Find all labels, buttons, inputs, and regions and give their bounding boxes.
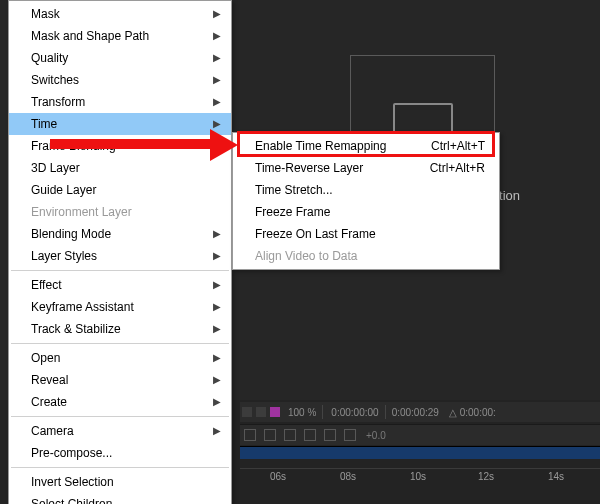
toolbar-swatch-active[interactable]	[270, 407, 280, 417]
menu-label: Layer Styles	[31, 249, 97, 263]
menu-label: Blending Mode	[31, 227, 111, 241]
menu-frame-blending[interactable]: Frame Blending▶	[9, 135, 231, 157]
menu-label: Keyframe Assistant	[31, 300, 134, 314]
menu-camera[interactable]: Camera▶	[9, 420, 231, 442]
submenu-align-video-to-data: Align Video to Data	[233, 245, 499, 267]
timecode-b[interactable]: 0:00:00:29	[392, 407, 439, 418]
menu-separator	[11, 416, 229, 417]
menu-switches[interactable]: Switches▶	[9, 69, 231, 91]
menu-mask-shape-path[interactable]: Mask and Shape Path▶	[9, 25, 231, 47]
menu-time[interactable]: Time▶	[9, 113, 231, 135]
menu-separator	[11, 270, 229, 271]
submenu-shortcut: Ctrl+Alt+T	[431, 135, 485, 157]
menu-label: Switches	[31, 73, 79, 87]
menu-label: Effect	[31, 278, 61, 292]
submenu-time-stretch[interactable]: Time Stretch...	[233, 179, 499, 201]
menu-layer-styles[interactable]: Layer Styles▶	[9, 245, 231, 267]
exposure-value[interactable]: +0.0	[366, 430, 386, 441]
menu-reveal[interactable]: Reveal▶	[9, 369, 231, 391]
chevron-right-icon: ▶	[213, 391, 221, 413]
menu-pre-compose[interactable]: Pre-compose...	[9, 442, 231, 464]
menu-blending-mode[interactable]: Blending Mode▶	[9, 223, 231, 245]
menu-invert-selection[interactable]: Invert Selection	[9, 471, 231, 493]
chevron-right-icon: ▶	[213, 274, 221, 296]
menu-label: Pre-compose...	[31, 446, 112, 460]
menu-label: Track & Stabilize	[31, 322, 121, 336]
menu-3d-layer[interactable]: 3D Layer	[9, 157, 231, 179]
menu-environment-layer: Environment Layer	[9, 201, 231, 223]
menu-select-children[interactable]: Select Children	[9, 493, 231, 504]
menu-effect[interactable]: Effect▶	[9, 274, 231, 296]
preview-caption: tion	[499, 188, 520, 203]
timecode-a[interactable]: 0:00:00:00	[331, 407, 378, 418]
chevron-right-icon: ▶	[213, 135, 221, 157]
menu-label: Camera	[31, 424, 74, 438]
toolbar-swatch[interactable]	[256, 407, 266, 417]
submenu-label: Time-Reverse Layer	[255, 161, 363, 175]
settings-icon[interactable]	[344, 429, 356, 441]
menu-quality[interactable]: Quality▶	[9, 47, 231, 69]
time-submenu[interactable]: Enable Time RemappingCtrl+Alt+T Time-Rev…	[232, 132, 500, 270]
submenu-label: Freeze On Last Frame	[255, 227, 376, 241]
menu-guide-layer[interactable]: Guide Layer	[9, 179, 231, 201]
zoom-value: 100 %	[288, 407, 316, 418]
layer-context-menu[interactable]: Mask▶ Mask and Shape Path▶ Quality▶ Swit…	[8, 0, 232, 504]
submenu-label: Time Stretch...	[255, 183, 333, 197]
submenu-time-reverse-layer[interactable]: Time-Reverse LayerCtrl+Alt+R	[233, 157, 499, 179]
menu-label: Guide Layer	[31, 183, 96, 197]
grid-icon[interactable]	[304, 429, 316, 441]
chevron-right-icon: ▶	[213, 3, 221, 25]
ruler-tick: 10s	[410, 471, 426, 482]
menu-label: Reveal	[31, 373, 68, 387]
toolbar-row-2: +0.0	[240, 424, 600, 445]
adjust-icon[interactable]	[324, 429, 336, 441]
menu-mask[interactable]: Mask▶	[9, 3, 231, 25]
menu-label: Environment Layer	[31, 205, 132, 219]
toolbar-row-1: 100 % 0:00:00:00 0:00:00:29 △ 0:00:00:	[240, 402, 600, 422]
toolbar-swatch[interactable]	[242, 407, 252, 417]
ruler-tick: 12s	[478, 471, 494, 482]
menu-label: Mask	[31, 7, 60, 21]
chevron-right-icon: ▶	[213, 296, 221, 318]
submenu-label: Freeze Frame	[255, 205, 330, 219]
menu-label: Time	[31, 117, 57, 131]
submenu-enable-time-remapping[interactable]: Enable Time RemappingCtrl+Alt+T	[233, 135, 499, 157]
chevron-right-icon: ▶	[213, 91, 221, 113]
submenu-label: Align Video to Data	[255, 249, 358, 263]
menu-create[interactable]: Create▶	[9, 391, 231, 413]
swirl-icon[interactable]	[284, 429, 296, 441]
submenu-shortcut: Ctrl+Alt+R	[430, 157, 485, 179]
menu-label: Transform	[31, 95, 85, 109]
menu-label: Quality	[31, 51, 68, 65]
ruler-tick: 14s	[548, 471, 564, 482]
time-track[interactable]	[240, 446, 600, 459]
chevron-right-icon: ▶	[213, 223, 221, 245]
chevron-right-icon: ▶	[213, 318, 221, 340]
chevron-right-icon: ▶	[213, 47, 221, 69]
chevron-right-icon: ▶	[213, 245, 221, 267]
menu-track-stabilize[interactable]: Track & Stabilize▶	[9, 318, 231, 340]
chevron-right-icon: ▶	[213, 69, 221, 91]
chevron-right-icon: ▶	[213, 369, 221, 391]
eye-icon[interactable]	[244, 429, 256, 441]
menu-transform[interactable]: Transform▶	[9, 91, 231, 113]
menu-label: Open	[31, 351, 60, 365]
camera-icon[interactable]	[264, 429, 276, 441]
chevron-right-icon: ▶	[213, 420, 221, 442]
menu-label: Frame Blending	[31, 139, 116, 153]
menu-keyframe-assistant[interactable]: Keyframe Assistant▶	[9, 296, 231, 318]
menu-label: Invert Selection	[31, 475, 114, 489]
chevron-right-icon: ▶	[213, 25, 221, 47]
ruler-tick: 08s	[340, 471, 356, 482]
timecode-delta: △ 0:00:00:	[449, 407, 496, 418]
chevron-right-icon: ▶	[213, 347, 221, 369]
submenu-freeze-last-frame[interactable]: Freeze On Last Frame	[233, 223, 499, 245]
menu-separator	[11, 467, 229, 468]
app-workspace: tion 100 % 0:00:00:00 0:00:00:29 △ 0:00:…	[0, 0, 600, 504]
menu-open[interactable]: Open▶	[9, 347, 231, 369]
time-ruler[interactable]: 06s 08s 10s 12s 14s	[240, 468, 600, 499]
menu-label: Create	[31, 395, 67, 409]
menu-label: Select Children	[31, 497, 112, 504]
ruler-tick: 06s	[270, 471, 286, 482]
submenu-freeze-frame[interactable]: Freeze Frame	[233, 201, 499, 223]
